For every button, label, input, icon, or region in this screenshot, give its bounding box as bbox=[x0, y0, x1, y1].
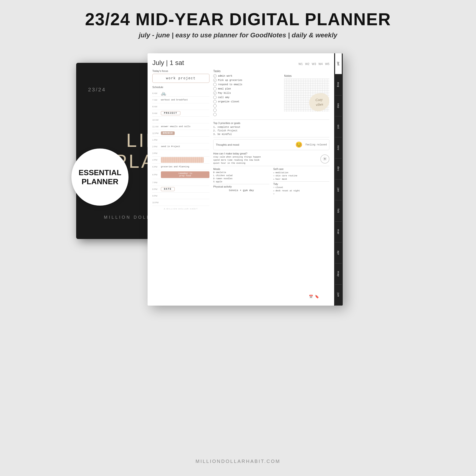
bookmark-icon: 🔖 bbox=[315, 295, 319, 298]
task-check-5: ✓ bbox=[213, 91, 217, 95]
task-check-7 bbox=[213, 100, 217, 103]
main-title: 23/24 MID-YEAR DIGITAL PLANNER bbox=[5, 10, 471, 29]
badge-circle: ESSENTIAL PLANNER bbox=[71, 149, 129, 206]
priority-2: 2. finish Project bbox=[213, 130, 329, 132]
planner-cols: Today's focus work Project Schedule 6 AM… bbox=[152, 69, 329, 300]
tidy-1: ○closet bbox=[273, 186, 329, 189]
project-event: PROJECT bbox=[161, 111, 180, 115]
footer-brand: MILLIONDOLLARHABIT.COM bbox=[0, 452, 476, 469]
selfcare-2: ○skin care routine bbox=[273, 175, 329, 177]
task-check-3 bbox=[213, 83, 217, 86]
time-row-6pm: 6 PM remember toprep food bbox=[152, 170, 209, 179]
tab-aug[interactable]: aug bbox=[335, 74, 342, 95]
task-item-8 bbox=[213, 104, 281, 108]
month-tabs: jul aug sep oct nov dec jan feb mar apr … bbox=[334, 53, 343, 306]
left-col: Today's focus work Project Schedule 6 AM… bbox=[152, 69, 209, 300]
page-date: July | 1 sat bbox=[152, 59, 184, 67]
schedule-section: 6 AM 🚲 7 AM workout and breakfast 8 AM bbox=[152, 90, 209, 206]
mood-emoji: 😊 bbox=[295, 141, 303, 148]
selfcare-1: ✏meditation bbox=[273, 171, 329, 174]
divider-meals bbox=[213, 184, 270, 184]
task-item-10 bbox=[213, 113, 281, 116]
mood-label: Thoughts and mood bbox=[216, 143, 292, 146]
subtitle: july - june | easy to use planner for Go… bbox=[5, 32, 471, 39]
tab-jan[interactable]: jan bbox=[335, 179, 342, 200]
tidy-3: ○ bbox=[273, 193, 329, 195]
meal-d: D ramen noodles bbox=[213, 178, 270, 180]
priority-1: 1. complete workout bbox=[213, 126, 329, 129]
tidy-2: ✏desk reset at night bbox=[273, 189, 329, 192]
tab-may[interactable]: may bbox=[335, 263, 342, 284]
time-row-7am: 7 AM workout and breakfast bbox=[152, 97, 209, 103]
time-row-10am: 10 AM bbox=[152, 117, 209, 123]
physical-title: Physical activity bbox=[213, 185, 270, 188]
task-item-1: ✓ admin work bbox=[213, 74, 281, 78]
time-row-8am: 8 AM bbox=[152, 103, 209, 110]
header: 23/24 MID-YEAR DIGITAL PLANNER july - ju… bbox=[0, 0, 476, 41]
subtitle-rest: | easy to use planner for GoodNotes | da… bbox=[170, 32, 337, 39]
page-date-header: July | 1 sat W1 W2 W3 W4 W5 bbox=[152, 59, 329, 67]
task-item-4: meal plan bbox=[213, 87, 281, 90]
tab-nov[interactable]: nov bbox=[335, 137, 342, 158]
task-item-6: call amy bbox=[213, 96, 281, 99]
planner-main: July | 1 sat W1 W2 W3 W4 W5 Today's focu… bbox=[148, 53, 334, 306]
tab-apr[interactable]: apr bbox=[335, 242, 342, 263]
time-row-10pm: 10 PM bbox=[152, 199, 209, 206]
task-check-4 bbox=[213, 87, 217, 90]
task-check-2: ✓ bbox=[213, 79, 217, 82]
task-item-7: organize closet bbox=[213, 100, 281, 103]
meals-title: Meals bbox=[213, 168, 270, 170]
focus-label: Today's focus bbox=[152, 69, 209, 72]
time-row-12pm: 12 PM BRUNCH bbox=[152, 130, 209, 136]
time-row-5pm: 5 PM groceries and Planning bbox=[152, 164, 209, 170]
schedule-bar-4pm bbox=[161, 157, 204, 163]
tidy-title: Tidy bbox=[273, 183, 329, 186]
notes-title: Notes bbox=[284, 74, 329, 78]
right-col: Tasks ✓ admin work ✓ Pick up groceries bbox=[213, 69, 329, 300]
divider-selfcare bbox=[273, 181, 329, 182]
tab-feb[interactable]: feb bbox=[335, 200, 342, 221]
date-event: DATE bbox=[161, 187, 175, 191]
meal-s: S apple bbox=[213, 181, 270, 183]
sun-icon: ☀ bbox=[320, 154, 329, 164]
badge-text: ESSENTIAL PLANNER bbox=[79, 168, 121, 186]
bottom-grid: Meals B omelette L chicken salad D ramen… bbox=[213, 168, 329, 196]
task-item-2: ✓ Pick up groceries bbox=[213, 79, 281, 82]
tab-jun[interactable]: jun bbox=[335, 285, 342, 306]
divider-3 bbox=[213, 166, 329, 166]
priorities-section: Top 3 priorities or goals 1. complete wo… bbox=[213, 122, 329, 136]
time-row-1pm: 1 PM bbox=[152, 136, 209, 143]
tab-jul[interactable]: jul bbox=[335, 53, 342, 74]
planner-page: July | 1 sat W1 W2 W3 W4 W5 Today's focu… bbox=[148, 53, 343, 306]
calendar-icon: 📅 bbox=[309, 295, 313, 298]
time-row-6am: 6 AM 🚲 bbox=[152, 90, 209, 97]
notes-area: Notes Cozyvibes bbox=[284, 74, 329, 117]
make-great-2: spend more time reading the new book bbox=[213, 159, 329, 161]
time-row-9pm: 9 PM bbox=[152, 192, 209, 199]
tasks-section: Tasks ✓ admin work ✓ Pick up groceries bbox=[213, 69, 329, 117]
meal-l: L chicken salad bbox=[213, 174, 270, 177]
make-great-title: How can I make today great? bbox=[213, 152, 329, 155]
mood-section: Thoughts and mood 😊 feeling relaxed bbox=[213, 139, 329, 150]
tab-dec[interactable]: dec bbox=[335, 158, 342, 179]
divider-1 bbox=[213, 119, 329, 120]
task-check-9 bbox=[213, 108, 217, 112]
tab-oct[interactable]: oct bbox=[335, 116, 342, 137]
meals-physical-col: Meals B omelette L chicken salad D ramen… bbox=[213, 168, 270, 196]
tab-mar[interactable]: mar bbox=[335, 221, 342, 242]
focus-box: work Project bbox=[152, 74, 209, 83]
time-row-8pm: 8 PM DATE bbox=[152, 186, 209, 192]
task-check-1: ✓ bbox=[213, 74, 217, 78]
tab-sep[interactable]: sep bbox=[335, 95, 342, 116]
task-check-8 bbox=[213, 104, 217, 108]
brunch-event: BRUNCH bbox=[161, 131, 175, 135]
task-item-5: ✓ Pay bills bbox=[213, 91, 281, 95]
tasks-title: Tasks bbox=[213, 69, 329, 73]
schedule-label: Schedule bbox=[152, 86, 209, 88]
time-row-4pm: 4 PM bbox=[152, 157, 209, 164]
selfcare-tidy-col: Self care ✏meditation ○skin care routine… bbox=[273, 168, 329, 196]
cozy-text: Cozyvibes bbox=[315, 97, 323, 107]
task-item-9 bbox=[213, 108, 281, 112]
activity-text: tennis + gym day bbox=[213, 189, 270, 192]
time-row-7pm: 7 PM bbox=[152, 179, 209, 186]
